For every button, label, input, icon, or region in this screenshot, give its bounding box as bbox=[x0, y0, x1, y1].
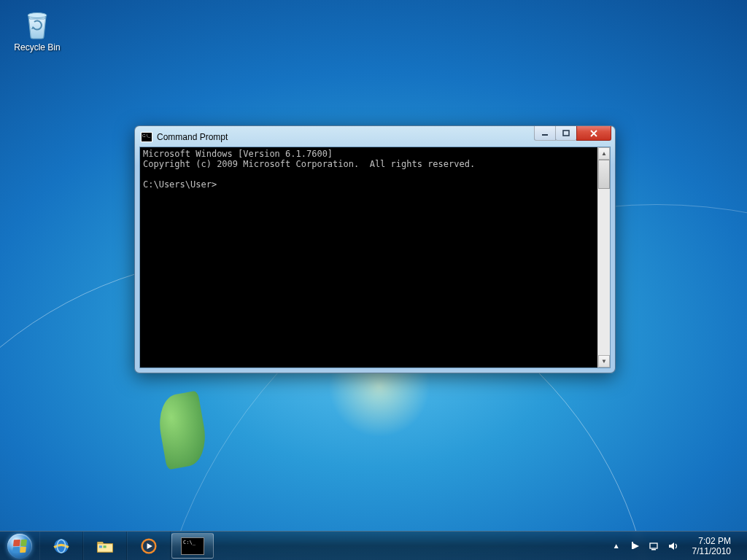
svg-rect-6 bbox=[99, 545, 102, 548]
system-tray: ▲ 7:02 PM 7/11/2010 bbox=[603, 532, 747, 560]
ie-icon bbox=[50, 537, 72, 556]
desktop[interactable]: Recycle Bin Command Prompt Microsoft Win… bbox=[0, 0, 747, 560]
action-center-icon[interactable] bbox=[630, 540, 641, 552]
svg-rect-11 bbox=[650, 543, 657, 548]
console-area: Microsoft Windows [Version 6.1.7600] Cop… bbox=[139, 147, 611, 368]
svg-rect-2 bbox=[563, 131, 569, 136]
clock-time: 7:02 PM bbox=[692, 536, 731, 546]
minimize-button[interactable] bbox=[534, 126, 556, 141]
command-prompt-window[interactable]: Command Prompt Microsoft Windows [Versio… bbox=[134, 125, 616, 373]
cmd-icon bbox=[181, 537, 204, 555]
show-hidden-icons-button[interactable]: ▲ bbox=[611, 540, 622, 552]
scroll-track[interactable] bbox=[598, 160, 610, 355]
console-output[interactable]: Microsoft Windows [Version 6.1.7600] Cop… bbox=[140, 147, 597, 368]
taskbar-item-windows-explorer[interactable] bbox=[83, 532, 127, 560]
recycle-bin-icon bbox=[20, 6, 55, 41]
taskbar: ▲ 7:02 PM 7/11/2010 bbox=[0, 531, 747, 560]
desktop-icon-recycle-bin[interactable]: Recycle Bin bbox=[10, 6, 64, 52]
start-button[interactable] bbox=[0, 532, 39, 560]
network-icon[interactable] bbox=[649, 540, 660, 552]
volume-icon[interactable] bbox=[667, 540, 679, 552]
svg-rect-7 bbox=[104, 545, 107, 548]
svg-point-0 bbox=[28, 13, 47, 18]
scroll-up-button[interactable]: ▲ bbox=[598, 147, 610, 160]
cmd-icon bbox=[141, 132, 152, 142]
media-player-icon bbox=[138, 537, 160, 556]
close-button[interactable] bbox=[576, 126, 611, 141]
console-line: Copyright (c) 2009 Microsoft Corporation… bbox=[143, 159, 475, 169]
svg-rect-12 bbox=[651, 549, 656, 551]
taskbar-item-command-prompt[interactable] bbox=[171, 533, 214, 559]
console-line: Microsoft Windows [Version 6.1.7600] bbox=[143, 149, 333, 159]
clock-date: 7/11/2010 bbox=[692, 546, 731, 556]
folder-icon bbox=[94, 537, 116, 556]
task-items bbox=[39, 532, 214, 560]
svg-rect-1 bbox=[542, 134, 548, 136]
desktop-icon-label: Recycle Bin bbox=[10, 42, 64, 52]
scroll-down-button[interactable]: ▼ bbox=[598, 355, 610, 368]
taskbar-item-media-player[interactable] bbox=[127, 532, 171, 560]
clock[interactable]: 7:02 PM 7/11/2010 bbox=[686, 536, 737, 556]
wallpaper-leaf bbox=[155, 391, 210, 470]
svg-rect-10 bbox=[632, 542, 633, 549]
console-prompt: C:\Users\User> bbox=[143, 179, 217, 190]
taskbar-spacer bbox=[214, 532, 603, 560]
vertical-scrollbar[interactable]: ▲ ▼ bbox=[597, 147, 610, 368]
windows-orb-icon bbox=[7, 534, 32, 559]
maximize-button[interactable] bbox=[555, 126, 577, 141]
scroll-thumb[interactable] bbox=[598, 160, 610, 189]
taskbar-item-internet-explorer[interactable] bbox=[39, 532, 83, 560]
titlebar[interactable]: Command Prompt bbox=[139, 131, 611, 147]
